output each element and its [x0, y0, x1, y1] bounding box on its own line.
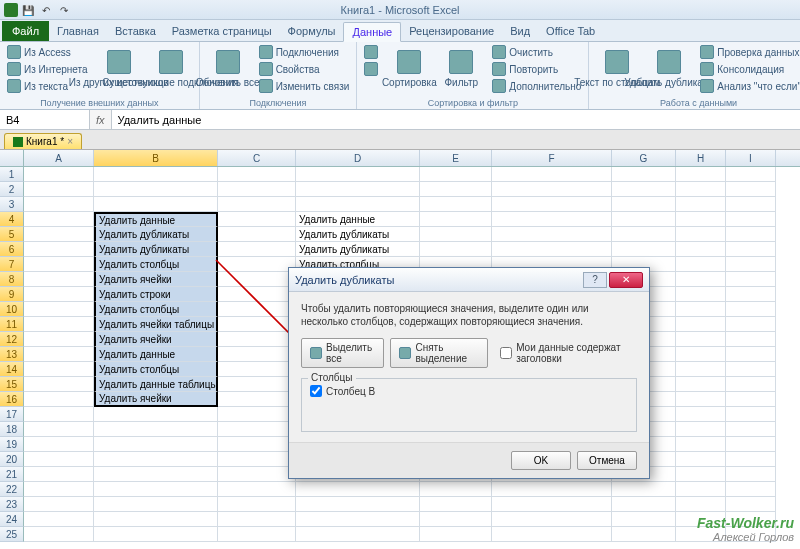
- advanced-button[interactable]: Дополнительно: [489, 78, 584, 94]
- dialog-titlebar[interactable]: Удалить дубликаты ? ✕: [289, 268, 649, 292]
- cell-B6[interactable]: Удалить дубликаты: [94, 242, 218, 257]
- cell-A19[interactable]: [24, 437, 94, 452]
- cell-I23[interactable]: [726, 497, 776, 512]
- cell-H12[interactable]: [676, 332, 726, 347]
- row-header[interactable]: 18: [0, 422, 24, 437]
- cell-E25[interactable]: [420, 527, 492, 542]
- row-header[interactable]: 13: [0, 347, 24, 362]
- cell-B13[interactable]: Удалить данные: [94, 347, 218, 362]
- cell-E23[interactable]: [420, 497, 492, 512]
- row-header[interactable]: 2: [0, 182, 24, 197]
- cell-I11[interactable]: [726, 317, 776, 332]
- row-header[interactable]: 21: [0, 467, 24, 482]
- column-b-checkbox[interactable]: Столбец B: [310, 385, 628, 397]
- cell-G1[interactable]: [612, 167, 676, 182]
- cell-I19[interactable]: [726, 437, 776, 452]
- unselect-all-button[interactable]: Снять выделение: [390, 338, 488, 368]
- tab-главная[interactable]: Главная: [49, 21, 107, 41]
- cell-B15[interactable]: Удалить данные таблицы: [94, 377, 218, 392]
- cell-B11[interactable]: Удалить ячейки таблицы: [94, 317, 218, 332]
- save-icon[interactable]: 💾: [20, 2, 36, 18]
- properties-button[interactable]: Свойства: [256, 61, 353, 77]
- cell-A1[interactable]: [24, 167, 94, 182]
- cell-E24[interactable]: [420, 512, 492, 527]
- cell-C22[interactable]: [218, 482, 296, 497]
- cell-I3[interactable]: [726, 197, 776, 212]
- what-if-button[interactable]: Анализ "что если": [697, 78, 800, 94]
- tab-рецензирование[interactable]: Рецензирование: [401, 21, 502, 41]
- cell-B4[interactable]: Удалить данные: [94, 212, 218, 227]
- cell-A13[interactable]: [24, 347, 94, 362]
- cell-F23[interactable]: [492, 497, 612, 512]
- cell-C21[interactable]: [218, 467, 296, 482]
- cell-H17[interactable]: [676, 407, 726, 422]
- edit-links-button[interactable]: Изменить связи: [256, 78, 353, 94]
- cell-A23[interactable]: [24, 497, 94, 512]
- from-access-button[interactable]: Из Access: [4, 44, 91, 60]
- row-header[interactable]: 10: [0, 302, 24, 317]
- fx-icon[interactable]: fx: [90, 110, 112, 129]
- cell-C15[interactable]: [218, 377, 296, 392]
- cell-A2[interactable]: [24, 182, 94, 197]
- close-icon[interactable]: ×: [67, 136, 73, 147]
- cell-D3[interactable]: [296, 197, 420, 212]
- cell-C24[interactable]: [218, 512, 296, 527]
- column-header-C[interactable]: C: [218, 150, 296, 166]
- column-header-E[interactable]: E: [420, 150, 492, 166]
- cell-B14[interactable]: Удалить столбцы: [94, 362, 218, 377]
- cell-C14[interactable]: [218, 362, 296, 377]
- cell-C19[interactable]: [218, 437, 296, 452]
- remove-duplicates-button[interactable]: Удалить дубликаты: [645, 44, 693, 94]
- cell-F6[interactable]: [492, 242, 612, 257]
- cell-H11[interactable]: [676, 317, 726, 332]
- row-header[interactable]: 19: [0, 437, 24, 452]
- row-header[interactable]: 9: [0, 287, 24, 302]
- cell-D24[interactable]: [296, 512, 420, 527]
- cell-I10[interactable]: [726, 302, 776, 317]
- reapply-button[interactable]: Повторить: [489, 61, 584, 77]
- cell-D5[interactable]: Удалить дубликаты: [296, 227, 420, 242]
- cell-I15[interactable]: [726, 377, 776, 392]
- cell-A4[interactable]: [24, 212, 94, 227]
- cell-I8[interactable]: [726, 272, 776, 287]
- cell-I9[interactable]: [726, 287, 776, 302]
- cell-F25[interactable]: [492, 527, 612, 542]
- dialog-help-button[interactable]: ?: [583, 272, 607, 288]
- existing-conn-button[interactable]: Существующие подключения: [147, 44, 195, 94]
- cell-I7[interactable]: [726, 257, 776, 272]
- cell-F24[interactable]: [492, 512, 612, 527]
- cell-B12[interactable]: Удалить ячейки: [94, 332, 218, 347]
- cell-B18[interactable]: [94, 422, 218, 437]
- cell-H10[interactable]: [676, 302, 726, 317]
- cell-A6[interactable]: [24, 242, 94, 257]
- tab-данные[interactable]: Данные: [343, 22, 401, 42]
- cell-F4[interactable]: [492, 212, 612, 227]
- row-header[interactable]: 16: [0, 392, 24, 407]
- row-header[interactable]: 23: [0, 497, 24, 512]
- cell-A8[interactable]: [24, 272, 94, 287]
- cell-C18[interactable]: [218, 422, 296, 437]
- row-header[interactable]: 6: [0, 242, 24, 257]
- cell-I22[interactable]: [726, 482, 776, 497]
- ok-button[interactable]: OK: [511, 451, 571, 470]
- cell-A18[interactable]: [24, 422, 94, 437]
- cell-H7[interactable]: [676, 257, 726, 272]
- cell-D2[interactable]: [296, 182, 420, 197]
- cell-A12[interactable]: [24, 332, 94, 347]
- cell-E4[interactable]: [420, 212, 492, 227]
- cell-A9[interactable]: [24, 287, 94, 302]
- cell-D6[interactable]: Удалить дубликаты: [296, 242, 420, 257]
- cancel-button[interactable]: Отмена: [577, 451, 637, 470]
- cell-A17[interactable]: [24, 407, 94, 422]
- row-header[interactable]: 5: [0, 227, 24, 242]
- cell-C1[interactable]: [218, 167, 296, 182]
- column-header-I[interactable]: I: [726, 150, 776, 166]
- cell-B24[interactable]: [94, 512, 218, 527]
- cell-C8[interactable]: [218, 272, 296, 287]
- cell-D23[interactable]: [296, 497, 420, 512]
- cell-D1[interactable]: [296, 167, 420, 182]
- cell-B5[interactable]: Удалить дубликаты: [94, 227, 218, 242]
- sort-za-button[interactable]: [361, 61, 381, 77]
- column-header-G[interactable]: G: [612, 150, 676, 166]
- cell-I5[interactable]: [726, 227, 776, 242]
